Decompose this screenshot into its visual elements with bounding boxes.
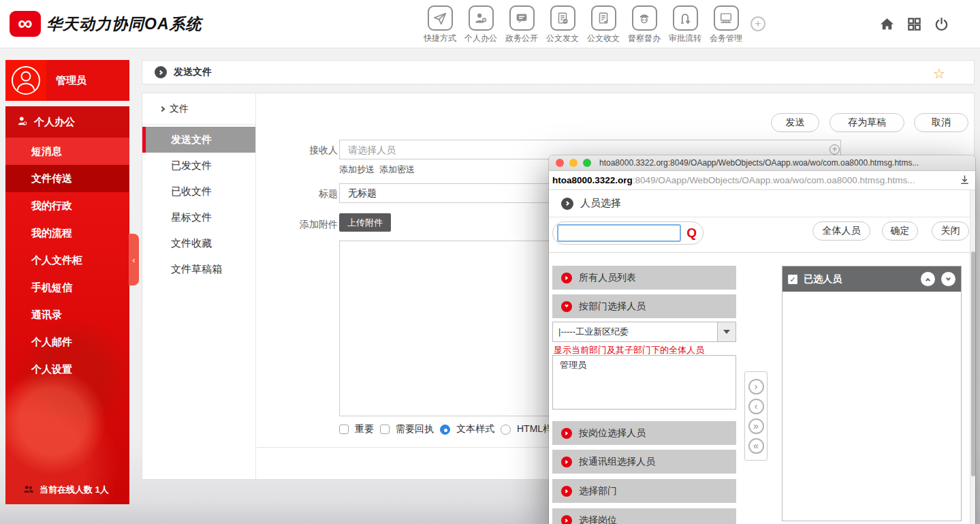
search-icon[interactable]: Q <box>686 226 697 241</box>
zoom-icon[interactable] <box>583 159 591 167</box>
sidebar-item-my-flow[interactable]: 我的流程 <box>5 219 129 247</box>
online-count-label: 当前在线人数 1人 <box>39 484 109 496</box>
cancel-button[interactable]: 取消 <box>914 113 968 132</box>
nav-item-shortcuts[interactable]: 快捷方式 <box>420 5 460 44</box>
file-menu-list: 发送文件 已发文件 已收文件 星标文件 文件收藏 文件草稿箱 <box>142 127 255 282</box>
file-menu-item-starred[interactable]: 星标文件 <box>142 204 255 230</box>
minimize-icon[interactable] <box>569 159 578 167</box>
nav-item-meeting[interactable]: 会务管理 <box>706 5 746 44</box>
dropdown-button[interactable] <box>717 322 736 341</box>
section-by-group[interactable]: 按通讯组选择人员 <box>552 450 736 474</box>
chevron-right-circle-icon <box>561 428 572 439</box>
sidebar-item-settings[interactable]: 个人设置 <box>5 356 129 383</box>
nav-item-approval-flow[interactable]: 审批流转 <box>665 5 706 44</box>
important-checkbox[interactable] <box>339 425 349 434</box>
nav-item-supervision[interactable]: 督察督办 <box>624 5 665 44</box>
online-count: 当前在线人数 1人 <box>5 484 129 496</box>
nav-label: 政务公开 <box>501 33 542 44</box>
person-select-popup: htoa8000.3322.org:8049/OAapp/WebObjects/… <box>549 155 975 524</box>
html-style-radio[interactable] <box>501 425 511 435</box>
popup-url-bar[interactable]: htoa8000.3322.org :8049/OAapp/WebObjects… <box>549 171 975 190</box>
app-title: 华天动力协同OA系统 <box>46 14 202 35</box>
nav-item-doc-receive[interactable]: 公文收文 <box>583 5 624 44</box>
sidebar-item-file-cabinet[interactable]: 个人文件柜 <box>5 247 129 274</box>
uturn-arrow-icon <box>673 5 698 31</box>
message-options: 重要 需要回执 文本样式 HTML样式 <box>339 423 562 435</box>
move-all-left-icon[interactable]: « <box>748 438 764 454</box>
home-icon[interactable] <box>879 16 895 32</box>
transfer-controls: › ‹ » « <box>744 371 768 461</box>
scrollbar-thumb[interactable] <box>971 251 975 476</box>
section-all-personnel[interactable]: 所有人员列表 <box>552 266 736 290</box>
add-circle-icon[interactable]: + <box>750 16 765 31</box>
file-menu-item-sent[interactable]: 已发文件 <box>142 153 255 179</box>
section-label: 所有人员列表 <box>579 272 636 284</box>
list-item[interactable]: 管理员 <box>560 359 729 371</box>
app-logo-infinity-icon[interactable]: ∞ <box>10 11 41 37</box>
section-select-position[interactable]: 选择岗位 <box>552 508 736 524</box>
receipt-checkbox[interactable] <box>380 425 390 434</box>
department-people-list[interactable]: 管理员 <box>552 355 736 410</box>
selected-panel-title: 已选人员 <box>804 273 915 286</box>
recipient-label: 接收人 <box>294 144 338 157</box>
sidebar-user-block[interactable]: 管理员 <box>5 60 129 101</box>
popup-title: 人员选择 <box>580 197 621 210</box>
close-icon[interactable] <box>556 159 564 167</box>
arrow-circle-icon <box>155 66 167 78</box>
file-menu-header[interactable]: 文件 <box>142 93 255 125</box>
save-draft-button[interactable]: 存为草稿 <box>829 113 904 132</box>
selected-personnel-list[interactable] <box>783 292 961 521</box>
section-select-department[interactable]: 选择部门 <box>552 479 736 503</box>
add-cc-link[interactable]: 添加抄送 <box>339 164 375 176</box>
popup-scrollbar[interactable] <box>970 190 975 524</box>
add-bcc-link[interactable]: 添加密送 <box>379 164 415 176</box>
file-menu-item-received[interactable]: 已收文件 <box>142 179 255 204</box>
sidebar-item-mobile-sms[interactable]: 手机短信 <box>5 274 129 301</box>
sidebar-item-file-transfer[interactable]: 文件传送 <box>5 165 129 192</box>
file-menu-item-drafts[interactable]: 文件草稿箱 <box>142 256 255 282</box>
title-label: 标题 <box>294 188 338 200</box>
popup-window-title: htoa8000.3322.org:8049/OAapp/WebObjects/… <box>599 158 928 168</box>
text-style-radio[interactable] <box>440 425 450 435</box>
search-input[interactable] <box>557 224 681 242</box>
url-path: :8049/OAapp/WebObjects/OAapp.woa/wo/com.… <box>633 175 955 185</box>
select-all-checkbox[interactable]: ✓ <box>788 275 797 284</box>
download-arrow-icon[interactable] <box>960 174 970 187</box>
sidebar-collapse-handle[interactable]: ‹ <box>129 234 139 286</box>
nav-item-doc-send[interactable]: 公文发文 <box>542 5 583 44</box>
sidebar-section-personal-office[interactable]: 个人办公 <box>5 106 129 138</box>
chevron-down-icon <box>723 330 730 334</box>
section-by-department[interactable]: 按部门选择人员 <box>552 294 736 318</box>
all-personnel-button[interactable]: 全体人员 <box>812 221 870 241</box>
add-recipient-icon[interactable]: + <box>829 144 840 155</box>
chevron-down-icon[interactable] <box>941 272 955 286</box>
sidebar-item-personal-mail[interactable]: 个人邮件 <box>5 328 129 356</box>
confirm-button[interactable]: 确定 <box>882 221 918 241</box>
file-menu-item-send[interactable]: 发送文件 <box>142 127 255 153</box>
move-left-icon[interactable]: ‹ <box>748 399 764 414</box>
power-icon[interactable] <box>934 16 949 32</box>
sidebar-item-contacts[interactable]: 通讯录 <box>5 301 129 328</box>
nav-item-personal-office[interactable]: 个人办公 <box>460 5 501 44</box>
police-icon <box>632 5 657 31</box>
move-right-icon[interactable]: › <box>748 379 764 395</box>
chevron-down-circle-icon <box>561 301 572 312</box>
send-button[interactable]: 发送 <box>771 113 819 132</box>
sidebar-item-my-admin[interactable]: 我的行政 <box>5 192 129 219</box>
star-icon[interactable]: ☆ <box>933 65 945 82</box>
move-all-right-icon[interactable]: » <box>748 418 764 434</box>
nav-item-gov-public[interactable]: 政务公开 <box>501 5 542 44</box>
chevron-up-icon[interactable] <box>921 272 935 286</box>
upload-attachment-button[interactable]: 上传附件 <box>339 213 391 232</box>
sidebar-item-short-message[interactable]: 短消息 <box>5 138 129 165</box>
grid-icon[interactable] <box>906 16 922 32</box>
user-name: 管理员 <box>46 60 129 101</box>
section-by-position[interactable]: 按岗位选择人员 <box>552 421 736 445</box>
doc-check-icon <box>591 5 616 31</box>
file-menu-item-favorites[interactable]: 文件收藏 <box>142 230 255 256</box>
department-select[interactable]: |-----工业新区纪委 <box>552 322 736 342</box>
popup-titlebar[interactable]: htoa8000.3322.org:8049/OAapp/WebObjects/… <box>549 155 975 171</box>
close-button[interactable]: 关闭 <box>932 221 969 241</box>
people-group-icon <box>23 484 34 496</box>
url-host: htoa8000.3322.org <box>552 175 633 185</box>
